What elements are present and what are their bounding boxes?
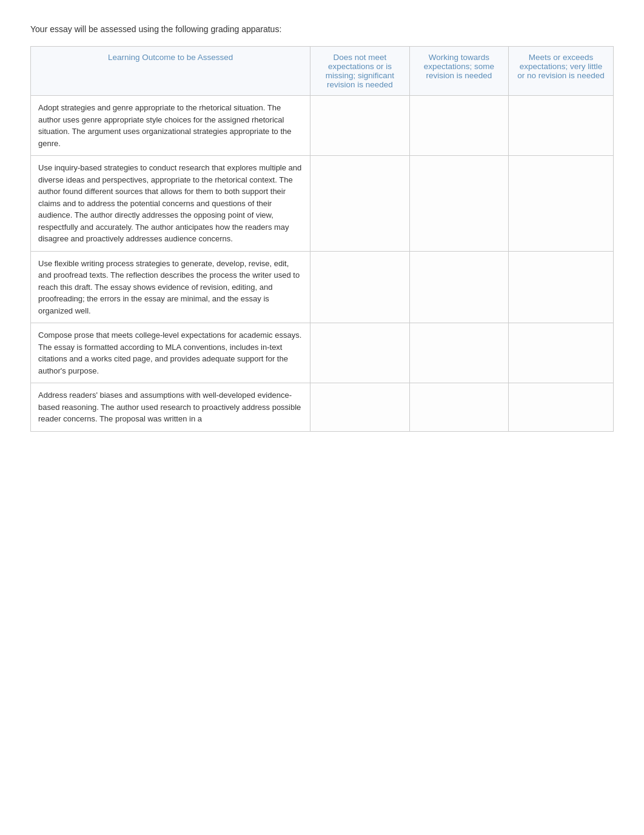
does-not-meet-cell-3 <box>310 323 409 383</box>
does-not-meet-cell-2 <box>310 251 409 323</box>
working-towards-cell-0 <box>409 96 508 156</box>
working-towards-cell-3 <box>409 323 508 383</box>
working-towards-cell-1 <box>409 156 508 252</box>
table-header-row: Learning Outcome to be Assessed Does not… <box>31 47 614 96</box>
header-meets-exceeds: Meets or exceeds expectations; very litt… <box>509 47 614 96</box>
meets-exceeds-cell-2 <box>509 251 614 323</box>
does-not-meet-cell-0 <box>310 96 409 156</box>
meets-exceeds-cell-4 <box>509 383 614 432</box>
meets-exceeds-cell-3 <box>509 323 614 383</box>
meets-exceeds-cell-0 <box>509 96 614 156</box>
table-row: Use inquiry-based strategies to conduct … <box>31 156 614 252</box>
header-does-not-meet: Does not meet expectations or is missing… <box>310 47 409 96</box>
does-not-meet-cell-1 <box>310 156 409 252</box>
rubric-table: Learning Outcome to be Assessed Does not… <box>30 46 614 432</box>
outcome-cell-2: Use flexible writing process strategies … <box>31 251 310 323</box>
outcome-cell-4: Address readers' biases and assumptions … <box>31 383 310 432</box>
table-row: Use flexible writing process strategies … <box>31 251 614 323</box>
working-towards-cell-4 <box>409 383 508 432</box>
outcome-cell-3: Compose prose that meets college-level e… <box>31 323 310 383</box>
outcome-cell-0: Adopt strategies and genre appropriate t… <box>31 96 310 156</box>
table-row: Address readers' biases and assumptions … <box>31 383 614 432</box>
working-towards-cell-2 <box>409 251 508 323</box>
does-not-meet-cell-4 <box>310 383 409 432</box>
meets-exceeds-cell-1 <box>509 156 614 252</box>
header-outcome: Learning Outcome to be Assessed <box>31 47 310 96</box>
intro-text: Your essay will be assessed using the fo… <box>30 24 614 34</box>
outcome-cell-1: Use inquiry-based strategies to conduct … <box>31 156 310 252</box>
table-row: Compose prose that meets college-level e… <box>31 323 614 383</box>
header-working-towards: Working towards expectations; some revis… <box>409 47 508 96</box>
table-row: Adopt strategies and genre appropriate t… <box>31 96 614 156</box>
